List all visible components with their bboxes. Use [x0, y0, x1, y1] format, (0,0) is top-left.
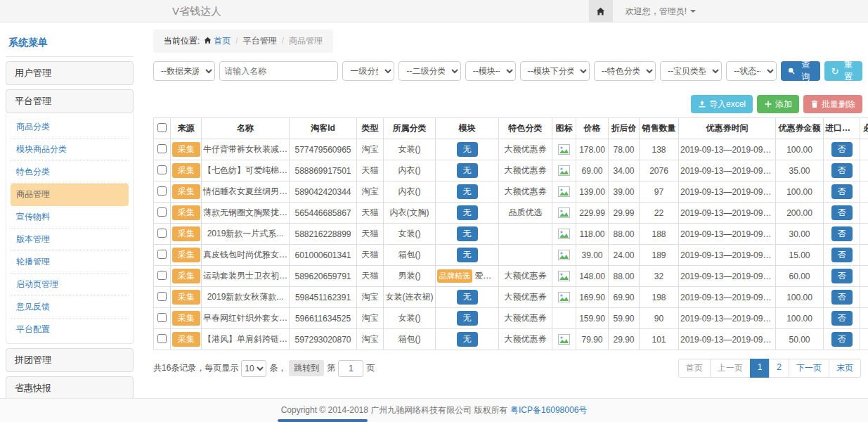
welcome-text: 欢迎您，管理员! [626, 6, 687, 18]
module-none-badge[interactable]: 无 [457, 332, 478, 347]
horizontal-scrollbar-thumb[interactable] [278, 419, 368, 422]
import-select-toggle-cell: 否 [824, 139, 860, 160]
row-checkbox[interactable] [157, 207, 167, 217]
upload-icon [698, 100, 706, 108]
sidebar-item-宣传物料[interactable]: 宣传物料 [11, 206, 129, 229]
breadcrumb-home-link[interactable]: 首页 [214, 36, 231, 46]
per-page-select[interactable]: 10 [241, 360, 266, 377]
coupon-time-cell: 2019-09-13—2019-09-20 [679, 181, 776, 203]
row-checkbox[interactable] [157, 229, 167, 238]
sidebar-item-模块商品分类[interactable]: 模块商品分类 [11, 139, 129, 161]
import-select-toggle[interactable]: 否 [831, 226, 853, 241]
price-cell: 229.99 [576, 203, 609, 224]
column-header-所属分类: 所属分类 [384, 118, 436, 139]
product-image-icon [558, 334, 570, 345]
sidebar-item-平台配置[interactable]: 平台配置 [11, 319, 129, 340]
sidebar-item-版本管理[interactable]: 版本管理 [11, 229, 129, 251]
plus-icon [764, 100, 772, 108]
sidebar-group-省惠快报[interactable]: 省惠快报 [6, 376, 134, 400]
row-checkbox[interactable] [157, 144, 167, 153]
sidebar-item-意见反馈[interactable]: 意见反馈 [11, 296, 129, 319]
jump-button[interactable]: 跳转到 [289, 360, 324, 376]
taoke-id-cell: 598451162391 [290, 287, 357, 308]
source-cell: 采集 [171, 245, 202, 266]
source-badge: 采集 [172, 290, 200, 305]
table-row: 采集情侣睡衣女夏丝绸男士...589042420344淘宝内衣()无大额优惠券1… [154, 181, 868, 203]
import-select-toggle[interactable]: 否 [831, 332, 853, 347]
row-checkbox[interactable] [157, 250, 167, 259]
import-select-toggle[interactable]: 否 [831, 163, 853, 178]
status-select[interactable]: --状态-- [726, 61, 777, 81]
sales-count-cell: 22 [640, 203, 679, 224]
breadcrumb-separator: / [235, 36, 238, 46]
page-button-末页[interactable]: 末页 [829, 359, 861, 378]
sidebar-item-启动页管理[interactable]: 启动页管理 [11, 274, 129, 296]
row-checkbox[interactable] [157, 334, 167, 343]
source-cell: 采集 [171, 139, 202, 160]
page-button-2[interactable]: 2 [769, 359, 789, 378]
import-excel-button[interactable]: 导入excel [691, 95, 753, 113]
module-none-badge[interactable]: 无 [457, 290, 478, 305]
data-source-select[interactable]: --数据来源-- [153, 61, 215, 81]
row-select-cell [154, 203, 171, 224]
row-checkbox[interactable] [157, 165, 167, 174]
query-button[interactable]: 查询 [781, 61, 820, 81]
select-all-checkbox[interactable] [157, 123, 167, 132]
import-select-toggle[interactable]: 否 [831, 248, 853, 262]
user-menu[interactable]: 欢迎您，管理员! [626, 6, 696, 18]
module-none-badge[interactable]: 无 [457, 311, 478, 326]
import-select-toggle[interactable]: 否 [831, 290, 853, 305]
row-checkbox[interactable] [157, 186, 167, 196]
column-header-进口优选: 进口优选 [824, 118, 860, 139]
row-checkbox[interactable] [157, 271, 167, 280]
level1-category-select[interactable]: 一级分类 [342, 61, 394, 81]
import-select-toggle[interactable]: 否 [831, 269, 853, 283]
source-cell: 采集 [171, 266, 202, 287]
sidebar-item-轮播管理[interactable]: 轮播管理 [11, 251, 129, 274]
discount-price-cell: 29.99 [609, 203, 640, 224]
module-none-badge[interactable]: 无 [457, 142, 478, 157]
feature-category-select[interactable]: --特色分类-- [594, 61, 656, 81]
coupon-amount-cell: 100.00 [776, 139, 824, 160]
table-row: 采集2019新款一片式系...588216228899天猫女装()无118.00… [154, 224, 868, 245]
sidebar-group-拼团管理[interactable]: 拼团管理 [6, 348, 134, 372]
module-sub-category-select[interactable]: --模块下分类-- [520, 61, 590, 81]
table-row: 采集2019新款女秋薄款...598451162391淘宝女装(连衣裙)无大额优… [154, 287, 868, 308]
import-select-toggle[interactable]: 否 [831, 142, 853, 157]
sidebar-item-特色分类[interactable]: 特色分类 [11, 161, 129, 184]
import-select-toggle[interactable]: 否 [831, 311, 853, 326]
item-type-select[interactable]: --宝贝类型-- [660, 61, 722, 81]
page-button-下一页[interactable]: 下一页 [789, 359, 829, 378]
import-select-toggle[interactable]: 否 [831, 184, 853, 199]
source-cell: 采集 [171, 181, 202, 203]
sidebar-item-商品分类[interactable]: 商品分类 [11, 116, 129, 139]
icp-link[interactable]: 粤ICP备16098006号 [510, 404, 587, 416]
module-none-badge[interactable]: 无 [457, 226, 478, 241]
sidebar-item-商品管理[interactable]: 商品管理 [11, 184, 129, 206]
sidebar-group-平台管理[interactable]: 平台管理 [6, 89, 134, 113]
reset-button[interactable]: ↻重置 [824, 61, 862, 81]
add-button[interactable]: 添加 [757, 95, 799, 113]
sidebar-group-用户管理[interactable]: 用户管理 [6, 61, 134, 85]
row-checkbox[interactable] [157, 313, 167, 322]
module-none-badge[interactable]: 无 [457, 163, 478, 178]
name-input[interactable] [219, 61, 338, 81]
module-select[interactable]: --模块-- [465, 61, 516, 81]
feature-category-cell: 大额优惠券 [499, 160, 552, 181]
source-badge: 采集 [172, 332, 200, 347]
type-cell: 天猫 [357, 203, 384, 224]
import-select-toggle[interactable]: 否 [831, 205, 853, 220]
home-button[interactable] [589, 0, 613, 23]
page-number-input[interactable] [338, 360, 363, 377]
name-cell: 情侣睡衣女夏丝绸男士... [202, 181, 290, 203]
module-none-badge[interactable]: 无 [457, 205, 478, 220]
level2-category-select[interactable]: --二级分类-- [399, 61, 460, 81]
row-checkbox[interactable] [157, 292, 167, 301]
page-button-1[interactable]: 1 [750, 359, 770, 378]
module-none-badge[interactable]: 无 [457, 248, 478, 262]
batch-delete-button[interactable]: 批量删除 [803, 95, 862, 113]
module-none-badge[interactable]: 无 [457, 184, 478, 199]
must-buy-toggle-cell: 否 [860, 139, 868, 160]
price-cell: 39.00 [576, 245, 609, 266]
type-cell: 淘宝 [357, 287, 384, 308]
